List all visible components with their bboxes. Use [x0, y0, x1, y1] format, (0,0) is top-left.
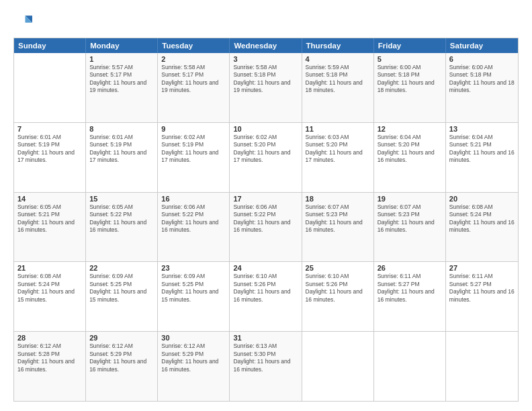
empty-cell: [14, 53, 86, 122]
cell-info: Sunrise: 6:05 AMSunset: 5:22 PMDaylight:…: [89, 203, 154, 234]
day-number: 13: [449, 125, 515, 133]
day-number: 29: [89, 334, 154, 342]
page: SundayMondayTuesdayWednesdayThursdayFrid…: [0, 0, 532, 411]
header-day-sunday: Sunday: [14, 38, 86, 53]
day-cell-7: 7Sunrise: 6:01 AMSunset: 5:19 PMDaylight…: [14, 123, 86, 192]
day-number: 22: [89, 264, 154, 272]
day-number: 16: [161, 195, 226, 203]
cell-info: Sunrise: 6:07 AMSunset: 5:23 PMDaylight:…: [306, 203, 370, 234]
cell-info: Sunrise: 6:00 AMSunset: 5:18 PMDaylight:…: [378, 64, 442, 95]
day-number: 25: [306, 264, 370, 272]
day-number: 4: [306, 55, 370, 63]
day-number: 7: [17, 125, 82, 133]
day-cell-29: 29Sunrise: 6:12 AMSunset: 5:29 PMDayligh…: [86, 332, 158, 401]
day-cell-4: 4Sunrise: 5:59 AMSunset: 5:18 PMDaylight…: [302, 53, 374, 122]
header-day-saturday: Saturday: [446, 38, 518, 53]
day-cell-3: 3Sunrise: 5:58 AMSunset: 5:18 PMDaylight…: [230, 53, 302, 122]
day-number: 31: [233, 334, 298, 342]
cell-info: Sunrise: 6:10 AMSunset: 5:26 PMDaylight:…: [233, 273, 298, 304]
cell-info: Sunrise: 6:13 AMSunset: 5:30 PMDaylight:…: [233, 342, 298, 373]
day-cell-13: 13Sunrise: 6:04 AMSunset: 5:21 PMDayligh…: [446, 123, 518, 192]
calendar-row-4: 28Sunrise: 6:12 AMSunset: 5:28 PMDayligh…: [14, 331, 518, 401]
day-cell-26: 26Sunrise: 6:11 AMSunset: 5:27 PMDayligh…: [374, 262, 446, 331]
calendar-body: 1Sunrise: 5:57 AMSunset: 5:17 PMDaylight…: [14, 53, 518, 401]
cell-info: Sunrise: 6:01 AMSunset: 5:19 PMDaylight:…: [89, 134, 154, 165]
day-cell-2: 2Sunrise: 5:58 AMSunset: 5:17 PMDaylight…: [158, 53, 230, 122]
day-number: 5: [378, 55, 442, 63]
cell-info: Sunrise: 6:01 AMSunset: 5:19 PMDaylight:…: [17, 134, 82, 165]
calendar-row-1: 7Sunrise: 6:01 AMSunset: 5:19 PMDaylight…: [14, 122, 518, 192]
header-day-tuesday: Tuesday: [158, 38, 230, 53]
calendar: SundayMondayTuesdayWednesdayThursdayFrid…: [13, 38, 519, 402]
day-cell-9: 9Sunrise: 6:02 AMSunset: 5:19 PMDaylight…: [158, 123, 230, 192]
cell-info: Sunrise: 6:11 AMSunset: 5:27 PMDaylight:…: [449, 273, 515, 304]
day-cell-12: 12Sunrise: 6:04 AMSunset: 5:20 PMDayligh…: [374, 123, 446, 192]
day-cell-6: 6Sunrise: 6:00 AMSunset: 5:18 PMDaylight…: [446, 53, 518, 122]
logo: [13, 12, 35, 31]
day-cell-16: 16Sunrise: 6:06 AMSunset: 5:22 PMDayligh…: [158, 193, 230, 262]
cell-info: Sunrise: 6:10 AMSunset: 5:26 PMDaylight:…: [306, 273, 370, 304]
day-number: 21: [17, 264, 82, 272]
cell-info: Sunrise: 5:57 AMSunset: 5:17 PMDaylight:…: [89, 64, 154, 95]
cell-info: Sunrise: 5:58 AMSunset: 5:17 PMDaylight:…: [161, 64, 226, 95]
cell-info: Sunrise: 6:06 AMSunset: 5:22 PMDaylight:…: [233, 203, 298, 234]
day-cell-5: 5Sunrise: 6:00 AMSunset: 5:18 PMDaylight…: [374, 53, 446, 122]
cell-info: Sunrise: 6:12 AMSunset: 5:29 PMDaylight:…: [161, 342, 226, 373]
header: [13, 12, 519, 31]
header-day-monday: Monday: [86, 38, 158, 53]
day-number: 30: [161, 334, 226, 342]
day-cell-11: 11Sunrise: 6:03 AMSunset: 5:20 PMDayligh…: [302, 123, 374, 192]
day-cell-22: 22Sunrise: 6:09 AMSunset: 5:25 PMDayligh…: [86, 262, 158, 331]
day-number: 1: [89, 55, 154, 63]
day-number: 27: [449, 264, 515, 272]
cell-info: Sunrise: 6:04 AMSunset: 5:21 PMDaylight:…: [449, 134, 515, 165]
day-cell-23: 23Sunrise: 6:09 AMSunset: 5:25 PMDayligh…: [158, 262, 230, 331]
day-number: 14: [17, 195, 82, 203]
cell-info: Sunrise: 6:05 AMSunset: 5:21 PMDaylight:…: [17, 203, 82, 234]
cell-info: Sunrise: 6:09 AMSunset: 5:25 PMDaylight:…: [161, 273, 226, 304]
empty-cell: [302, 332, 374, 401]
day-cell-20: 20Sunrise: 6:08 AMSunset: 5:24 PMDayligh…: [446, 193, 518, 262]
day-number: 2: [161, 55, 226, 63]
cell-info: Sunrise: 6:02 AMSunset: 5:19 PMDaylight:…: [161, 134, 226, 165]
day-number: 10: [233, 125, 298, 133]
calendar-row-2: 14Sunrise: 6:05 AMSunset: 5:21 PMDayligh…: [14, 192, 518, 262]
day-number: 8: [89, 125, 154, 133]
day-number: 6: [449, 55, 515, 63]
day-cell-31: 31Sunrise: 6:13 AMSunset: 5:30 PMDayligh…: [230, 332, 302, 401]
day-cell-24: 24Sunrise: 6:10 AMSunset: 5:26 PMDayligh…: [230, 262, 302, 331]
empty-cell: [374, 332, 446, 401]
day-cell-10: 10Sunrise: 6:02 AMSunset: 5:20 PMDayligh…: [230, 123, 302, 192]
calendar-row-0: 1Sunrise: 5:57 AMSunset: 5:17 PMDaylight…: [14, 53, 518, 122]
day-number: 17: [233, 195, 298, 203]
cell-info: Sunrise: 6:02 AMSunset: 5:20 PMDaylight:…: [233, 134, 298, 165]
cell-info: Sunrise: 6:06 AMSunset: 5:22 PMDaylight:…: [161, 203, 226, 234]
cell-info: Sunrise: 6:08 AMSunset: 5:24 PMDaylight:…: [449, 203, 515, 234]
day-cell-17: 17Sunrise: 6:06 AMSunset: 5:22 PMDayligh…: [230, 193, 302, 262]
day-cell-27: 27Sunrise: 6:11 AMSunset: 5:27 PMDayligh…: [446, 262, 518, 331]
day-cell-21: 21Sunrise: 6:08 AMSunset: 5:24 PMDayligh…: [14, 262, 86, 331]
cell-info: Sunrise: 6:09 AMSunset: 5:25 PMDaylight:…: [89, 273, 154, 304]
day-cell-28: 28Sunrise: 6:12 AMSunset: 5:28 PMDayligh…: [14, 332, 86, 401]
cell-info: Sunrise: 6:07 AMSunset: 5:23 PMDaylight:…: [378, 203, 442, 234]
day-number: 20: [449, 195, 515, 203]
day-number: 15: [89, 195, 154, 203]
day-cell-18: 18Sunrise: 6:07 AMSunset: 5:23 PMDayligh…: [302, 193, 374, 262]
day-number: 18: [306, 195, 370, 203]
empty-cell: [446, 332, 518, 401]
day-number: 23: [161, 264, 226, 272]
cell-info: Sunrise: 6:08 AMSunset: 5:24 PMDaylight:…: [17, 273, 82, 304]
day-number: 12: [378, 125, 442, 133]
day-cell-1: 1Sunrise: 5:57 AMSunset: 5:17 PMDaylight…: [86, 53, 158, 122]
day-number: 9: [161, 125, 226, 133]
calendar-row-3: 21Sunrise: 6:08 AMSunset: 5:24 PMDayligh…: [14, 261, 518, 331]
day-cell-8: 8Sunrise: 6:01 AMSunset: 5:19 PMDaylight…: [86, 123, 158, 192]
day-number: 3: [233, 55, 298, 63]
day-number: 26: [378, 264, 442, 272]
day-cell-19: 19Sunrise: 6:07 AMSunset: 5:23 PMDayligh…: [374, 193, 446, 262]
cell-info: Sunrise: 6:04 AMSunset: 5:20 PMDaylight:…: [378, 134, 442, 165]
day-number: 24: [233, 264, 298, 272]
cell-info: Sunrise: 6:12 AMSunset: 5:28 PMDaylight:…: [17, 342, 82, 373]
day-number: 11: [306, 125, 370, 133]
day-number: 19: [378, 195, 442, 203]
